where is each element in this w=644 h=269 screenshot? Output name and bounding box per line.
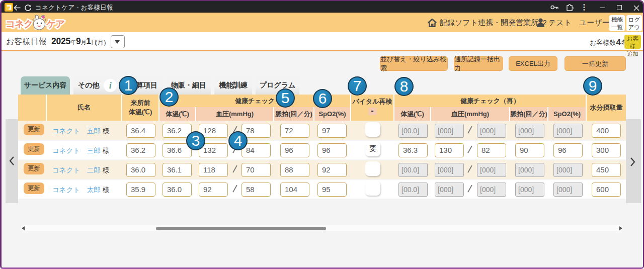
svg-text:ケア: ケア [46,19,64,29]
